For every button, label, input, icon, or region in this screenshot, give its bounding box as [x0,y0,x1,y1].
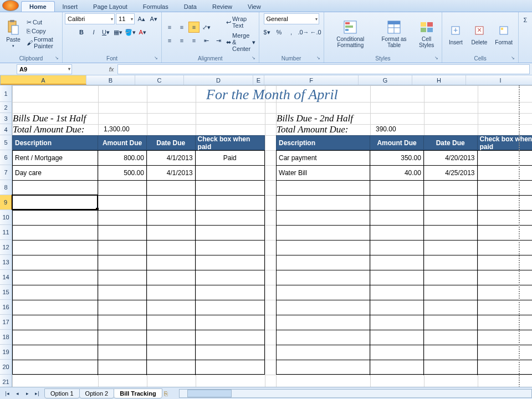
decrease-font-icon[interactable]: A▾ [148,13,159,24]
increase-indent-icon[interactable]: ⇥ [213,35,224,46]
align-left-icon[interactable]: ≡ [164,35,175,46]
table-cell[interactable] [98,181,147,195]
table-cell[interactable] [196,345,264,360]
table-cell[interactable] [424,360,478,375]
tab-formulas[interactable]: Formulas [135,2,176,12]
sheet-last-icon[interactable]: ▸| [32,391,42,396]
row-header-2[interactable]: 2 [0,102,12,113]
table-cell[interactable] [424,300,478,315]
table-cell[interactable] [147,241,196,255]
office-button[interactable] [2,0,19,11]
table-cell[interactable] [196,166,264,180]
table-cell[interactable] [478,360,532,375]
table-cell[interactable] [13,285,98,300]
table-cell[interactable] [13,270,98,285]
table-cell[interactable] [424,330,478,345]
table-cell[interactable] [147,211,196,225]
table-cell[interactable] [98,270,147,285]
col-header-H[interactable]: H [412,75,466,85]
col-header-G[interactable]: G [359,75,412,85]
table-cell[interactable]: 4/1/2013 [147,151,196,165]
new-sheet-icon[interactable]: ⎘ [164,390,168,397]
row-header-13[interactable]: 13 [0,255,12,270]
table-cell[interactable] [277,315,370,330]
table-cell[interactable] [277,241,370,255]
fx-icon[interactable]: fx [105,66,117,73]
row-header-17[interactable]: 17 [0,315,12,330]
table-cell[interactable] [13,345,98,360]
col-header-I[interactable]: I [466,75,532,85]
col-header-A[interactable]: A [1,75,86,85]
comma-icon[interactable]: , [286,27,297,38]
table-cell[interactable]: 350.00 [370,151,424,165]
cell-styles-button[interactable]: Cell Styles [413,17,440,50]
table-cell[interactable] [424,315,478,330]
table-cell[interactable] [196,270,264,285]
font-color-button[interactable]: A▾ [137,27,148,38]
table-cell[interactable] [277,196,370,210]
row-header-21[interactable]: 21 [0,375,12,387]
table-cell[interactable] [424,196,478,210]
currency-icon[interactable]: $▾ [262,27,273,38]
table-cell[interactable] [424,226,478,240]
align-bottom-icon[interactable]: ≡ [188,22,200,33]
table-cell[interactable]: 4/1/2013 [147,166,196,180]
table-cell[interactable]: 800.00 [98,151,147,165]
col-header-D[interactable]: D [184,75,253,85]
tab-page-layout[interactable]: Page Layout [85,2,135,12]
table-cell[interactable] [13,226,98,240]
sheet-prev-icon[interactable]: ◂ [12,391,22,396]
table-cell[interactable]: 40.00 [370,166,424,180]
border-button[interactable]: ▦▾ [112,27,124,38]
table-cell[interactable] [370,181,424,195]
percent-icon[interactable]: % [274,27,285,38]
cut-button[interactable]: ✂Cut [25,18,60,27]
table-cell[interactable] [370,211,424,225]
table-cell[interactable] [196,211,264,225]
font-size-combo[interactable]: 11▾ [116,13,135,24]
table-cell[interactable] [196,255,264,270]
align-center-icon[interactable]: ≡ [176,35,187,46]
format-as-table-button[interactable]: Format as Table [376,17,412,50]
paste-button[interactable]: Paste▾ [2,18,24,50]
col-header-C[interactable]: C [135,75,184,85]
table-cell[interactable] [98,241,147,255]
align-top-icon[interactable]: ≡ [164,22,175,33]
orientation-icon[interactable]: ⤢▾ [201,22,212,33]
sheet-canvas[interactable]: For the Month of AprilBills Due - 1st Ha… [12,85,532,387]
table-cell[interactable] [13,255,98,270]
table-cell[interactable] [98,196,147,210]
underline-button[interactable]: U▾ [100,27,111,38]
row-header-16[interactable]: 16 [0,300,12,315]
table-cell[interactable]: Rent / Mortgage [13,151,98,165]
table-cell[interactable] [196,196,264,210]
insert-button[interactable]: +Insert [444,21,467,48]
sheet-tab[interactable]: Bill Tracking [114,388,162,398]
table-cell[interactable] [277,285,370,300]
col-header-B[interactable]: B [86,75,135,85]
table-cell[interactable] [196,181,264,195]
table-cell[interactable] [13,181,98,195]
delete-button[interactable]: ×Delete [468,21,490,48]
table-cell[interactable] [478,300,532,315]
col-header-F[interactable]: F [264,75,359,85]
table-cell[interactable] [424,241,478,255]
table-cell[interactable] [196,241,264,255]
merge-center-button[interactable]: ⬌Merge & Center▾ [225,32,256,53]
row-header-12[interactable]: 12 [0,240,12,255]
table-cell[interactable] [478,181,532,195]
table-cell[interactable] [370,255,424,270]
tab-insert[interactable]: Insert [55,2,86,12]
table-cell[interactable] [196,315,264,330]
sheet-tab[interactable]: Option 2 [79,388,115,398]
row-header-15[interactable]: 15 [0,285,12,300]
row-header-3[interactable]: 3 [0,113,12,124]
table-cell[interactable] [478,345,532,360]
table-cell[interactable] [98,345,147,360]
tab-home[interactable]: Home [21,1,55,12]
table-cell[interactable] [13,211,98,225]
table-cell[interactable] [424,255,478,270]
table-cell[interactable] [147,300,196,315]
col-header-E[interactable]: E [253,75,264,85]
tab-review[interactable]: Review [204,2,240,12]
